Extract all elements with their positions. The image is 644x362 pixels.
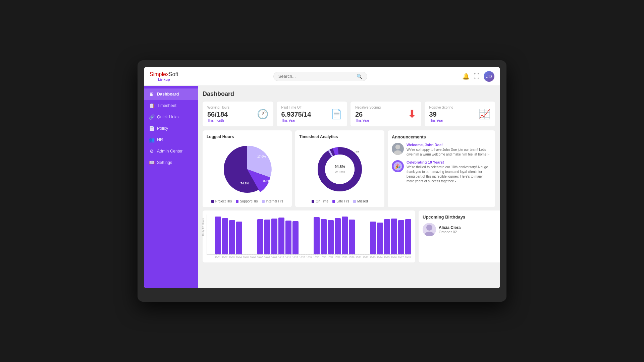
ann-content-0: Welcome, John Doe! We're so happy to hav… — [407, 143, 491, 157]
timesheet-icon: 📋 — [149, 103, 154, 108]
y-axis-label: Daily TS Hours — [202, 218, 205, 236]
legend-label-support: Support Hrs — [240, 199, 258, 203]
sidebar-item-quick-links[interactable]: 🔗 Quick Links — [144, 111, 198, 123]
avatar[interactable]: JD — [484, 71, 494, 82]
avatar-initials: JD — [486, 74, 492, 79]
hr-icon: 👥 — [149, 137, 154, 142]
stat-cards: Working Hours 56/184 This month 🕐 Paid T… — [203, 102, 495, 126]
bar-17 — [335, 218, 341, 254]
bar-25 — [391, 219, 397, 254]
stat-sub-negative: This Year — [355, 119, 381, 122]
stat-value-positive: 39 — [429, 111, 453, 118]
negative-icon: ⬇ — [408, 108, 417, 120]
donut-chart-svg: 94.8% On Time 1.4% — [313, 142, 367, 196]
sidebar-item-label: Timesheet — [157, 103, 176, 108]
stat-card-negative: Negative Scoring 26 This Year ⬇ — [351, 102, 421, 126]
stat-card-working-hours: Working Hours 56/184 This month 🕐 — [203, 102, 273, 126]
logo-linkup: Linkup — [158, 77, 170, 81]
sidebar-item-label: Policy — [157, 126, 168, 131]
sidebar-item-label: Settings — [157, 160, 172, 165]
bday-avatar-svg — [423, 223, 436, 236]
legend-dot-on-time — [312, 200, 314, 203]
bar-26 — [398, 220, 404, 254]
announcements-title: Announcements — [392, 134, 491, 139]
bar-label-10: 10/11 — [285, 256, 291, 258]
sidebar-item-timesheet[interactable]: 📋 Timesheet — [144, 100, 198, 111]
birthdays-title: Upcoming Birthdays — [423, 215, 500, 220]
logo-soft: Soft — [169, 71, 178, 77]
stat-label-positive: Positive Scoring — [429, 106, 453, 109]
search-icon[interactable]: 🔍 — [357, 74, 362, 79]
timesheet-analytics-chart: Timesheet Analytics — [295, 130, 384, 207]
bar-label-26: 10/27 — [398, 256, 404, 258]
pie-container: 17.0% 74.1% 8.9% Project Hrs — [207, 142, 288, 203]
main-layout: ⊞ Dashboard 📋 Timesheet 🔗 Quick Links 📄 … — [144, 86, 500, 288]
bar-label-16: 10/17 — [327, 256, 333, 258]
sidebar-item-admin-center[interactable]: ⚙ Admin Center — [144, 145, 198, 157]
stat-label-negative: Negative Scoring — [355, 106, 381, 109]
quick-links-icon: 🔗 — [149, 114, 154, 120]
bar-24 — [384, 219, 390, 254]
bar-label-17: 10/18 — [334, 256, 340, 258]
pie-chart-svg: 17.0% 74.1% 8.9% — [220, 142, 274, 196]
policy-icon: 📄 — [149, 126, 154, 131]
bday-info-0: Alicia Ciera October 02 — [439, 225, 461, 234]
bar-label-4: 10/05 — [243, 256, 249, 258]
dashboard-icon: ⊞ — [149, 92, 154, 97]
expand-icon[interactable]: ⛶ — [474, 73, 480, 80]
bar-label-7: 10/08 — [264, 256, 270, 258]
charts-row: Logged Hours — [203, 130, 495, 207]
bar-22 — [370, 222, 376, 254]
search-bar[interactable]: 🔍 — [273, 72, 367, 81]
stat-sub-positive: This Year — [429, 119, 453, 122]
bar-label-8: 10/09 — [271, 256, 277, 258]
bar-label-1: 10/02 — [222, 256, 228, 258]
legend-dot-internal — [262, 200, 265, 203]
stat-sub-paid-time: This Year — [281, 119, 311, 122]
bar-labels: 10/0110/0210/0310/0410/0510/0610/0710/08… — [207, 256, 411, 258]
logged-hours-chart: Logged Hours — [203, 130, 292, 207]
bottom-row: Daily TS Hours 10/0110/0210/0310/0410/05… — [203, 210, 495, 262]
bar-label-0: 10/01 — [215, 256, 221, 258]
bday-date-0: October 02 — [439, 230, 461, 234]
bar-11 — [292, 221, 299, 254]
sidebar-item-hr[interactable]: 👥 HR — [144, 134, 198, 145]
bar-19 — [349, 220, 355, 254]
search-input[interactable] — [278, 74, 357, 79]
working-hours-icon: 🕐 — [257, 109, 269, 120]
bar-chart-area: Daily TS Hours 10/0110/0210/0310/0410/05… — [207, 215, 411, 258]
svg-point-11 — [395, 144, 400, 149]
donut-legend: On Time Late Hrs Missed — [312, 199, 368, 203]
legend-on-time: On Time — [312, 199, 328, 203]
bar-15 — [321, 219, 327, 254]
bar-chart-inner: Daily TS Hours — [207, 215, 411, 255]
laptop-screen: SimplexSoft Linkup 🔍 🔔 ⛶ JD — [144, 67, 500, 288]
sidebar-item-label: Quick Links — [157, 115, 179, 119]
legend-missed: Missed — [353, 199, 368, 203]
stat-label-working-hours: Working Hours — [207, 106, 229, 109]
bday-avatar-0 — [423, 223, 436, 236]
bar-label-14: 10/15 — [313, 256, 319, 258]
stat-value-paid-time: 6.9375/14 — [281, 111, 311, 118]
donut-container: 94.8% On Time 1.4% On Time — [299, 142, 380, 203]
ann-avatar-1: 🎉 — [392, 160, 404, 172]
bar-label-12: 10/13 — [299, 256, 305, 258]
logo-text: SimplexSoft — [150, 71, 178, 77]
svg-text:74.1%: 74.1% — [240, 182, 249, 185]
notification-icon[interactable]: 🔔 — [462, 73, 470, 80]
ann-text-1: We're thrilled to celebrate our 10th ann… — [407, 165, 491, 184]
bar-label-2: 10/03 — [229, 256, 235, 258]
bar-label-18: 10/19 — [341, 256, 347, 258]
paid-time-icon: 📄 — [331, 109, 342, 120]
legend-dot-project — [211, 200, 214, 203]
bar-10 — [285, 221, 291, 254]
sidebar-item-settings[interactable]: 📖 Settings — [144, 157, 198, 168]
sidebar-item-policy[interactable]: 📄 Policy — [144, 123, 198, 134]
sidebar-item-dashboard[interactable]: ⊞ Dashboard — [144, 88, 198, 100]
birthday-item-0: Alicia Ciera October 02 — [423, 223, 500, 236]
bar-label-15: 10/16 — [320, 256, 326, 258]
legend-dot-support — [236, 200, 238, 203]
ann-text-0: We're so happy to have John Doe join our… — [407, 147, 491, 157]
svg-text:8.9%: 8.9% — [263, 179, 270, 183]
logo-simplex: Simplex — [150, 71, 169, 77]
